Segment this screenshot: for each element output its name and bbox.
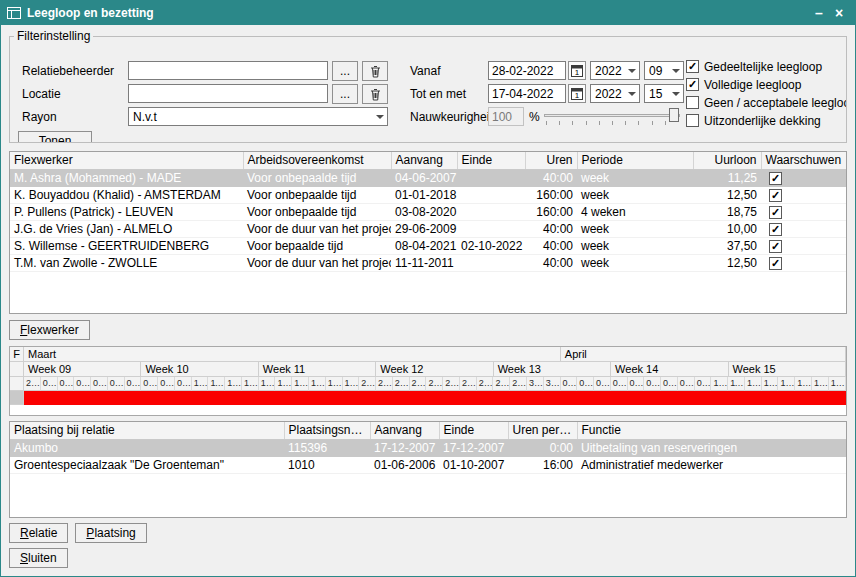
day-cell: 24-03 [426,377,443,391]
tot-year-select[interactable]: 2022 [590,84,640,103]
flexwerker-column-header[interactable]: Uurloon [693,152,761,169]
vanaf-week-value: 09 [645,64,669,78]
timeline-gutter [10,391,24,405]
uren-cell: 40:00 [525,254,577,271]
tot-year-value: 2022 [591,87,625,101]
flexwerker-column-header[interactable]: Aanvang [391,152,457,169]
locatie-clear-button[interactable] [362,84,388,104]
aanvang-cell: 17-12-2007 [370,439,439,456]
waarschuwen-checkbox[interactable]: ✓ [769,206,782,219]
functie-cell: Administratief medewerker [577,456,846,473]
checkbox-icon[interactable]: ✓ [686,78,699,91]
flexwerker-column-header[interactable]: Uren [525,152,577,169]
waarschuwen-checkbox[interactable]: ✓ [769,172,782,185]
flexwerker-button[interactable]: Flexwerker [9,320,90,340]
day-cell: 10-04 [711,377,728,391]
slider-ticks [546,121,678,125]
filter-checkbox-group: ✓Gedeeltelijke leegloop✓Volledige leeglo… [686,60,847,132]
waarschuwen-checkbox[interactable]: ✓ [769,189,782,202]
tot-calendar-button[interactable]: 1 [568,84,586,103]
waarschuwen-checkbox[interactable]: ✓ [769,257,782,270]
chevron-down-icon [625,85,639,102]
plaatsing-row[interactable]: Groentespeciaalzaak "De Groenteman"10100… [10,456,846,473]
contract-cell: Voor onbepaalde tijd [243,186,391,203]
leegloop-bar[interactable] [24,391,846,405]
tot-date-input[interactable] [488,84,566,103]
waarschuwen-checkbox[interactable]: ✓ [769,240,782,253]
chevron-down-icon [373,108,387,125]
filter-checkbox[interactable]: Geen / acceptabele leegloop [686,96,847,109]
nauwkeurigheid-label: Nauwkeurigheid [410,110,496,124]
vanaf-calendar-button[interactable]: 1 [568,61,586,80]
month-cell: April [561,347,846,362]
flexwerker-row[interactable]: P. Pullens (Patrick) - LEUVENVoor onbepa… [10,203,846,220]
flexwerker-row[interactable]: J.G. de Vries (Jan) - ALMELOVoor de duur… [10,220,846,237]
timeline-day-row: 28-0201-0302-0303-0304-0305-0306-0307-03… [10,377,846,391]
day-cell: 11-03 [208,377,225,391]
vanaf-week-select[interactable]: 09 [644,61,684,80]
day-cell: 05-03 [108,377,125,391]
filter-checkbox[interactable]: ✓Gedeeltelijke leegloop [686,60,847,73]
plaatsing-column-header[interactable]: Einde [439,422,508,439]
day-cell: 19-03 [343,377,360,391]
rayon-select[interactable]: N.v.t [128,107,388,126]
slider-thumb[interactable] [669,108,679,122]
uren-cell: 160:00 [525,203,577,220]
day-cell: 07-03 [141,377,158,391]
flexwerker-column-header[interactable]: Einde [457,152,525,169]
tonen-button[interactable]: Tonen [18,131,92,143]
uurloon-cell: 37,50 [693,237,761,254]
relatie-button[interactable]: Relatie [9,523,68,543]
flexwerker-column-header[interactable]: Arbeidsovereenkomst [243,152,391,169]
plaatsing-button[interactable]: Plaatsing [75,523,146,543]
locatie-browse-button[interactable]: ... [332,84,358,104]
tot-week-select[interactable]: 15 [644,84,684,103]
locatie-label: Locatie [22,87,61,101]
vanaf-year-select[interactable]: 2022 [590,61,640,80]
checkbox-icon[interactable]: ✓ [686,60,699,73]
plaatsing-row[interactable]: Akumbo11539617-12-200717-12-20070:00Uitb… [10,439,846,456]
vanaf-date-input[interactable] [488,61,566,80]
plaatsing-column-header[interactable]: Aanvang [370,422,439,439]
week-cell: Week 14 [611,362,728,377]
vanaf-year-value: 2022 [591,64,625,78]
filter-settings-group: Filterinstelling Relatiebeheerder ... Lo… [9,29,847,143]
week-cell: Week 12 [376,362,493,377]
plaatsing-column-header[interactable]: Uren per we... [508,422,577,439]
day-cell: 11-04 [728,377,745,391]
day-cell: 28-02 [24,377,41,391]
window-icon [7,7,21,19]
minimize-button[interactable]: – [809,2,829,24]
flexwerker-column-header[interactable]: Periode [577,152,693,169]
flexwerker-column-header[interactable]: Waarschuwen [761,152,846,169]
relatiebeheerder-input[interactable] [128,61,328,80]
titlebar[interactable]: Leegloop en bezetting – × [1,1,855,25]
slider-track [544,114,680,117]
flexwerker-row[interactable]: T.M. van Zwolle - ZWOLLEVoor de duur van… [10,254,846,271]
relatiebeheerder-browse-button[interactable]: ... [332,61,358,81]
aanvang-cell: 04-06-2007 [391,169,457,186]
plaatsing-column-header[interactable]: Functie [577,422,846,439]
flexwerker-row[interactable]: M. Ashra (Mohammed) - MADEVoor onbepaald… [10,169,846,186]
close-button[interactable]: × [829,2,849,24]
day-cell: 08-03 [158,377,175,391]
sluiten-button[interactable]: Sluiten [9,548,68,568]
flexwerker-row[interactable]: K. Bouyaddou (Khalid) - AMSTERDAMVoor on… [10,186,846,203]
flexwerker-column-header[interactable]: Flexwerker [10,152,243,169]
day-cell: 10-03 [192,377,209,391]
checkbox-icon[interactable] [686,114,699,127]
filter-checkbox[interactable]: ✓Volledige leegloop [686,78,847,91]
waarschuwen-checkbox[interactable]: ✓ [769,223,782,236]
functie-cell: Uitbetaling van reserveringen [577,439,846,456]
einde-cell [457,186,525,203]
nauwkeurigheid-slider[interactable] [544,107,680,125]
waarschuwen-cell: ✓ [761,237,846,254]
plaatsing-column-header[interactable]: Plaatsingsnummer [284,422,370,439]
relatiebeheerder-clear-button[interactable] [362,61,388,81]
locatie-input[interactable] [128,84,328,103]
day-cell: 07-04 [661,377,678,391]
flexwerker-row[interactable]: S. Willemse - GEERTRUIDENBERGVoor bepaal… [10,237,846,254]
plaatsing-column-header[interactable]: Plaatsing bij relatie [10,422,284,439]
filter-checkbox[interactable]: Uitzonderlijke dekking [686,114,847,127]
checkbox-icon[interactable] [686,96,699,109]
